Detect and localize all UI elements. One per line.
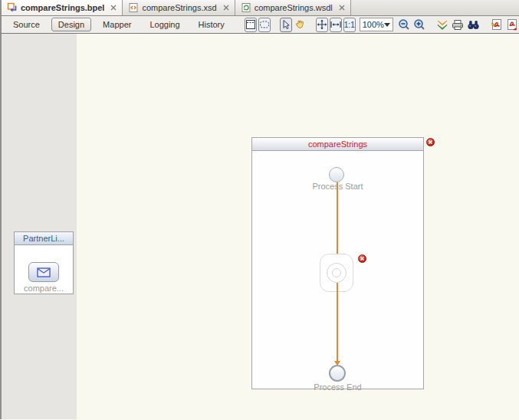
show-palette-button[interactable] (245, 18, 257, 32)
zoom-out-button[interactable] (397, 18, 411, 32)
window-icon (245, 19, 256, 30)
designer-toolbar: Source Design Mapper Logging History (0, 16, 519, 34)
cursor-icon (281, 19, 291, 30)
process-start-node[interactable] (329, 167, 344, 182)
select-tool-button[interactable] (280, 18, 292, 32)
view-design-button[interactable]: Design (51, 18, 91, 31)
pdf-document-icon (491, 18, 503, 31)
tab-wsdl[interactable]: compareStrings.wsdl (235, 0, 351, 15)
zoom-in-button[interactable] (412, 18, 426, 32)
pan-tool-button[interactable] (294, 18, 307, 32)
binoculars-icon (467, 19, 480, 30)
validate-icon (436, 19, 448, 31)
process-container[interactable]: compareStrings Process Start Process End (251, 137, 424, 389)
connector-line (337, 182, 338, 263)
view-history-button[interactable]: History (192, 18, 232, 31)
error-badge-icon[interactable] (358, 254, 366, 263)
marquee-select-button[interactable] (258, 18, 271, 32)
design-canvas[interactable]: compareStrings Process Start Process End (77, 34, 519, 419)
tab-bpel[interactable]: compareStrings.bpel (2, 0, 123, 15)
zoom-out-icon (398, 18, 410, 31)
view-source-button[interactable]: Source (6, 18, 47, 31)
pdf-document-arrow-icon (506, 18, 518, 31)
partner-link-item[interactable] (28, 262, 59, 282)
view-logging-button[interactable]: Logging (143, 18, 186, 31)
fit-diagram-button[interactable] (316, 18, 328, 32)
hand-icon (294, 19, 306, 30)
actual-size-button[interactable]: 1:1 (343, 18, 356, 32)
close-icon[interactable] (110, 5, 117, 11)
error-badge-icon[interactable] (426, 138, 435, 146)
validate-button[interactable] (435, 18, 449, 32)
close-icon[interactable] (223, 5, 229, 11)
tab-label[interactable]: compareStrings.xsd (142, 3, 216, 12)
zoom-level-combobox[interactable]: 100% (360, 18, 393, 31)
close-icon[interactable] (339, 5, 345, 11)
print-button[interactable] (451, 18, 465, 32)
bpel-designer-window: compareStrings.bpel compareStrings.xsd c (0, 0, 519, 420)
export-pdf-alt-button[interactable] (505, 18, 519, 32)
partner-links-panel: PartnerLi... compare... (0, 34, 77, 419)
fit-diagram-icon (317, 19, 327, 30)
chevron-down-icon[interactable] (384, 23, 390, 27)
process-end-label: Process End (252, 382, 423, 392)
view-mapper-button[interactable]: Mapper (96, 18, 138, 31)
envelope-icon (37, 267, 51, 277)
tab-label[interactable]: compareStrings.bpel (21, 3, 104, 12)
bpel-file-icon (7, 2, 18, 13)
export-pdf-button[interactable] (490, 18, 504, 32)
fit-width-button[interactable] (330, 18, 342, 32)
tab-label[interactable]: compareStrings.wsdl (255, 3, 333, 12)
zoom-in-icon (413, 18, 425, 31)
partner-links-box[interactable]: PartnerLi... compare... (14, 231, 74, 294)
printer-icon (452, 19, 464, 31)
partner-links-title: PartnerLi... (15, 232, 73, 245)
marquee-icon (259, 19, 270, 30)
fit-width-icon (330, 21, 341, 28)
editor-content: PartnerLi... compare... compareStrings P… (0, 34, 519, 419)
find-usages-button[interactable] (466, 18, 481, 32)
process-end-node[interactable] (329, 365, 346, 382)
process-title[interactable]: compareStrings (252, 138, 423, 151)
wsdl-file-icon (241, 2, 251, 13)
editor-tab-bar: compareStrings.bpel compareStrings.xsd c (0, 0, 519, 16)
one-to-one-icon: 1:1 (344, 21, 355, 29)
tab-xsd[interactable]: compareStrings.xsd (123, 0, 235, 15)
zoom-level-value: 100% (363, 20, 384, 29)
xsd-file-icon (128, 2, 139, 13)
connector-line (337, 283, 338, 361)
process-start-label: Process Start (252, 182, 423, 191)
partner-link-label: compare... (15, 284, 73, 293)
activity-placeholder-dot (332, 268, 341, 277)
